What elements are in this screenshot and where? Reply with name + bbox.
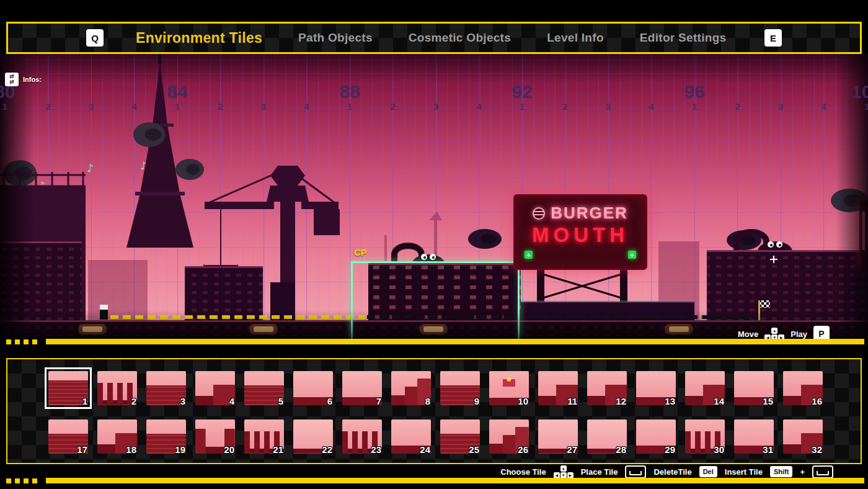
tile-29[interactable]: 29	[636, 419, 676, 454]
tile-18[interactable]: 18	[97, 419, 137, 454]
tile-30[interactable]: 30	[685, 419, 725, 454]
tile-26[interactable]: 26	[489, 419, 529, 454]
tile-number: 16	[812, 396, 822, 406]
path-line-placed	[110, 315, 366, 319]
arrow-keys-icon: ▲ ◀ ▼ ▶	[554, 465, 574, 478]
tile-20[interactable]: 20	[195, 419, 235, 454]
tile-number: 31	[763, 444, 773, 455]
level-editor-screen: Q Environment TilesPath ObjectsCosmetic …	[0, 0, 868, 489]
move-label: Move	[738, 330, 758, 339]
tile-11[interactable]: 11	[538, 371, 578, 405]
tile-number: 2	[131, 396, 136, 406]
key-q[interactable]: Q	[86, 29, 104, 47]
tile-number: 23	[371, 444, 381, 455]
svg-text:♪: ♪	[87, 162, 94, 174]
tile-31[interactable]: 31	[734, 419, 774, 454]
tab-editor-settings[interactable]: Editor Settings	[640, 31, 727, 45]
plus-icon: +	[628, 251, 636, 259]
tile-number: 6	[327, 396, 332, 406]
tile-1[interactable]: 1	[48, 371, 88, 405]
tile-24[interactable]: 24	[391, 419, 431, 454]
tile-number: 26	[518, 444, 528, 455]
tile-number: 24	[420, 444, 430, 455]
burger-mouth-sign: BURGER MOUTH + +	[513, 194, 647, 270]
tile-number: 13	[665, 396, 675, 406]
editor-tabs: Environment TilesPath ObjectsCosmetic Ob…	[136, 30, 764, 47]
tile-number: 20	[224, 444, 234, 455]
plus-icon: +	[525, 251, 533, 259]
tile-number: 4	[229, 396, 234, 406]
viewport-scrollbar[interactable]	[6, 339, 864, 344]
key-del[interactable]: Del	[699, 466, 717, 477]
tile-13[interactable]: 13	[636, 371, 676, 405]
key-e[interactable]: E	[764, 29, 782, 47]
tab-environment-tiles[interactable]: Environment Tiles	[136, 30, 262, 47]
tab-path-objects[interactable]: Path Objects	[298, 31, 373, 45]
tile-5[interactable]: 5	[244, 371, 284, 405]
tile-28[interactable]: 28	[587, 419, 627, 454]
tile-19[interactable]: 19	[146, 419, 186, 454]
viewport-scrollbar-track[interactable]	[46, 339, 864, 344]
tile-row-1: 12345678910111213141516	[48, 371, 823, 405]
tile-14[interactable]: 14	[685, 371, 725, 405]
tile-number: 9	[474, 396, 479, 406]
tile-8[interactable]: 8	[391, 371, 431, 405]
tile-10[interactable]: 10	[489, 371, 529, 405]
tile-4[interactable]: 4	[195, 371, 235, 405]
tab-cosmetic-objects[interactable]: Cosmetic Objects	[409, 31, 511, 45]
tile-number: 29	[665, 444, 675, 455]
edge-neon-sign	[859, 200, 868, 269]
tile-number: 8	[425, 396, 430, 406]
checkpoint-label: CP	[354, 247, 367, 258]
delete-tile-label: DeleteTile	[653, 467, 691, 477]
tile-7[interactable]: 7	[342, 371, 382, 405]
tile-number: 18	[126, 444, 136, 455]
tile-number: 5	[278, 396, 283, 406]
checkpoint-zone[interactable]: CP	[351, 261, 520, 346]
tile-15[interactable]: 15	[734, 371, 774, 405]
level-viewport[interactable]: ♪♪ ♪♪	[0, 54, 868, 346]
tile-6[interactable]: 6	[293, 371, 333, 405]
tile-12[interactable]: 12	[587, 371, 627, 405]
tile-number: 12	[616, 396, 626, 406]
swap-arrows-icon[interactable]: ⇄⇄	[5, 73, 19, 86]
tile-25[interactable]: 25	[440, 419, 480, 454]
tile-32[interactable]: 32	[783, 419, 823, 454]
sign-text-line2: MOUTH	[515, 223, 646, 247]
tile-number: 21	[273, 444, 283, 455]
tile-9[interactable]: 9	[440, 371, 480, 405]
tile-number: 22	[322, 444, 332, 455]
tile-21[interactable]: 21	[244, 419, 284, 454]
tile-number: 30	[714, 444, 724, 455]
tile-2[interactable]: 2	[97, 371, 137, 405]
tile-23[interactable]: 23	[342, 419, 382, 454]
place-tile-label: Place Tile	[581, 467, 618, 477]
tile-number: 17	[77, 444, 87, 455]
tile-3[interactable]: 3	[146, 371, 186, 405]
tile-22[interactable]: 22	[293, 419, 333, 454]
tile-number: 27	[567, 444, 577, 455]
palette-scrollbar[interactable]	[6, 478, 864, 483]
action-hint-bar: Choose Tile ▲ ◀ ▼ ▶ Place Tile DeleteTil…	[0, 465, 833, 478]
tile-number: 11	[567, 396, 577, 406]
sign-text-line1: BURGER	[551, 204, 628, 223]
tile-number: 28	[616, 444, 626, 455]
tile-16[interactable]: 16	[783, 371, 823, 405]
tile-number: 19	[175, 444, 185, 455]
tile-number: 10	[518, 396, 528, 406]
tab-level-info[interactable]: Level Info	[547, 31, 604, 45]
tile-27[interactable]: 27	[538, 419, 578, 454]
editor-topbar: Q Environment TilesPath ObjectsCosmetic …	[6, 22, 862, 54]
tile-number: 3	[180, 396, 185, 406]
palette-scrollbar-track[interactable]	[46, 478, 864, 483]
plus-separator: +	[800, 467, 805, 477]
key-shift[interactable]: Shift	[770, 466, 792, 477]
tile-17[interactable]: 17	[48, 419, 88, 454]
tile-palette: 12345678910111213141516 1718192021222324…	[6, 358, 862, 464]
tile-number: 7	[376, 396, 381, 406]
insert-tile-label: Insert Tile	[725, 467, 763, 477]
choose-tile-label: Choose Tile	[500, 467, 546, 477]
burger-icon	[533, 207, 545, 220]
infos-panel: ⇄⇄ Infos:	[5, 73, 42, 86]
player-character	[100, 305, 108, 320]
